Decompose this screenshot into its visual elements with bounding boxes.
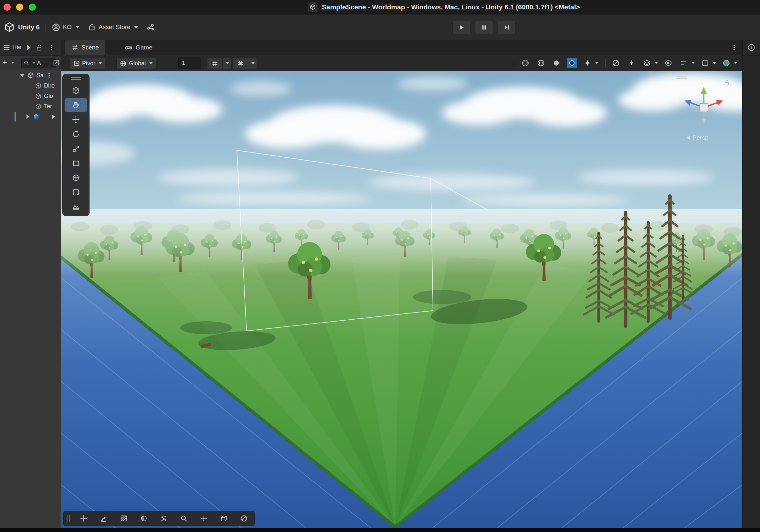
grid-snap-button[interactable] xyxy=(207,58,223,69)
disable-tool-button[interactable] xyxy=(238,512,251,525)
chevron-down-icon[interactable] xyxy=(595,62,598,64)
scale-tool-button[interactable] xyxy=(65,142,87,156)
scene-panel-kebab-icon[interactable] xyxy=(730,43,738,52)
hierarchy-row-global-volume[interactable]: Glo xyxy=(0,91,61,101)
skybox-disabled-toggle[interactable] xyxy=(611,58,621,68)
hierarchy-row-scene[interactable]: Sa xyxy=(0,70,61,80)
lighting-toggle[interactable] xyxy=(551,58,562,68)
custom-tool-icon xyxy=(72,188,80,197)
search-window-icon[interactable] xyxy=(53,59,60,67)
fog-skybox-toggle-active[interactable] xyxy=(567,58,577,68)
scene-row-kebab-icon[interactable] xyxy=(46,72,52,78)
overlay-drag-handle[interactable] xyxy=(68,515,70,522)
axis-y-label[interactable]: y xyxy=(701,78,704,85)
layers-toggle[interactable] xyxy=(642,58,652,68)
chevron-down-icon xyxy=(251,62,255,64)
unity-version-label: Unity 6 xyxy=(18,24,40,31)
minimize-window-button[interactable] xyxy=(16,4,23,11)
gizmos-toggle[interactable] xyxy=(721,58,732,68)
overlay-drag-handle[interactable] xyxy=(71,77,81,78)
zoom-window-button[interactable] xyxy=(29,4,36,11)
view-options-tool-button[interactable] xyxy=(65,84,87,97)
terrain-stamp-icon xyxy=(72,203,80,211)
rect-tool-button[interactable] xyxy=(65,157,87,170)
asset-store-menu[interactable]: Asset Store xyxy=(88,23,138,31)
unlock-icon[interactable] xyxy=(35,43,43,52)
terrain-tool-button[interactable] xyxy=(65,200,87,214)
2d-view-toggle[interactable] xyxy=(536,58,546,68)
unity-editor-window: SampleScene - Worldmap - Windows, Mac, L… xyxy=(0,0,760,532)
chevron-down-icon[interactable] xyxy=(713,62,716,64)
gizmos-dropdown-group xyxy=(721,58,737,68)
hierarchy-row-prefab-selected[interactable] xyxy=(0,112,61,122)
hatch-tool-button[interactable] xyxy=(117,512,130,525)
hand-tool-button[interactable] xyxy=(65,98,87,112)
chevron-down-icon xyxy=(226,62,229,64)
chevron-down-button[interactable] xyxy=(223,58,231,69)
inspector-tab-header[interactable] xyxy=(742,40,760,56)
pivot-mode-dropdown[interactable]: Pivot xyxy=(70,58,105,69)
paint-cube-icon xyxy=(220,514,228,522)
pause-button[interactable] xyxy=(475,21,493,34)
transform-tool-button[interactable] xyxy=(65,171,87,184)
scene-viewport-canvas[interactable]: y x z Persp xyxy=(61,71,742,528)
hierarchy-search-input[interactable]: A xyxy=(21,58,56,68)
effects-toggle[interactable] xyxy=(582,58,593,68)
disclosure-closed-icon[interactable] xyxy=(26,115,29,119)
shading-mode-toggle[interactable] xyxy=(520,58,531,68)
account-menu[interactable]: KO xyxy=(52,23,79,32)
snap-increment-input[interactable]: 1 xyxy=(178,58,201,69)
chevron-down-icon[interactable] xyxy=(691,62,695,64)
camera-settings-toggle[interactable] xyxy=(700,58,710,68)
move-tool-button[interactable] xyxy=(65,113,87,126)
axis-z-label[interactable]: z xyxy=(675,101,678,107)
tab-game[interactable]: Game xyxy=(118,40,159,55)
prefab-open-arrow-icon[interactable] xyxy=(52,114,55,119)
increment-snap-dropdown[interactable] xyxy=(233,58,257,69)
pan-move-tool-button[interactable] xyxy=(77,512,90,525)
overlays-toggle[interactable] xyxy=(679,58,689,68)
handle-space-dropdown[interactable]: Global xyxy=(116,58,156,69)
grid-dot-icon xyxy=(237,60,244,67)
hierarchy-toolbar: + A xyxy=(0,56,61,70)
chevron-down-button[interactable] xyxy=(248,58,257,69)
increment-snap-button[interactable] xyxy=(233,58,248,69)
scatter-tool-button[interactable] xyxy=(157,512,170,525)
overlays-dropdown-group xyxy=(679,58,695,68)
sphere-brush-tool-button[interactable] xyxy=(137,512,150,525)
paint-details-tool-button[interactable] xyxy=(217,512,230,525)
create-object-button[interactable]: + xyxy=(3,58,7,67)
collab-button[interactable] xyxy=(146,23,156,32)
hierarchy-menu-kebab-icon[interactable] xyxy=(48,43,56,52)
hierarchy-tree: Sa Dire Glo Ter xyxy=(0,70,61,122)
unity-logo-icon xyxy=(4,22,15,33)
disclosure-open-icon[interactable] xyxy=(20,74,24,77)
chevron-down-icon[interactable] xyxy=(734,62,737,64)
tab-scene[interactable]: Scene xyxy=(65,40,105,55)
globe-icon xyxy=(120,60,127,67)
panel-next-icon[interactable] xyxy=(27,45,30,50)
zoom-tool-button[interactable] xyxy=(177,512,190,525)
translate-tool-button[interactable] xyxy=(197,512,211,525)
step-button[interactable] xyxy=(498,21,516,34)
play-button[interactable] xyxy=(452,21,470,34)
close-window-button[interactable] xyxy=(4,4,11,11)
hierarchy-row-directional-light[interactable]: Dire xyxy=(0,80,61,91)
axis-x-label[interactable]: x xyxy=(724,99,727,106)
no-entry-icon xyxy=(240,514,248,522)
rotate-tool-button[interactable] xyxy=(65,127,87,141)
gamepad-icon xyxy=(125,44,132,51)
chevron-down-icon[interactable] xyxy=(655,62,658,64)
scene-visibility-toggle[interactable] xyxy=(663,58,673,68)
search-value: A xyxy=(37,60,41,66)
chevron-down-icon[interactable] xyxy=(11,62,14,64)
layout-tool-button[interactable] xyxy=(97,512,110,525)
grid-snap-dropdown[interactable] xyxy=(207,58,231,69)
projection-toggle[interactable]: Persp xyxy=(687,134,709,141)
audio-toggle[interactable] xyxy=(626,58,637,68)
info-icon xyxy=(747,43,755,52)
hierarchy-row-terrain[interactable]: Ter xyxy=(0,101,61,112)
custom-tools-button[interactable] xyxy=(65,185,87,199)
title-bar: SampleScene - Worldmap - Windows, Mac, L… xyxy=(0,0,760,15)
chevron-down-icon xyxy=(134,26,138,28)
